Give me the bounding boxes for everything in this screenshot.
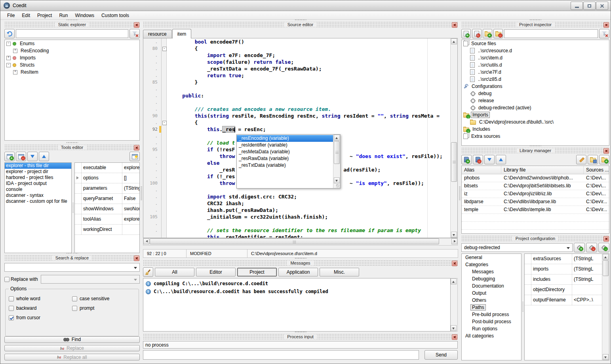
symbol-filter-input[interactable] xyxy=(16,29,128,38)
tree-item[interactable]: Extra sources xyxy=(462,133,609,140)
close-panel-button[interactable] xyxy=(452,334,457,340)
messages-tab-application[interactable]: Application xyxy=(278,268,318,276)
remove-folder-button[interactable] xyxy=(493,29,503,38)
property-row[interactable]: includes(TStringL xyxy=(525,274,602,285)
property-row[interactable]: extraSources(TStringL xyxy=(525,254,602,264)
property-row[interactable]: objectDirectory xyxy=(525,285,602,295)
remove-library-button[interactable] xyxy=(473,155,483,164)
tree-item[interactable]: ..\src\item.d xyxy=(462,54,609,61)
property-row[interactable]: workingDirect xyxy=(75,225,140,235)
send-button[interactable]: Send xyxy=(424,350,458,360)
scrollbar-thumb[interactable] xyxy=(451,142,457,182)
configuration-selector[interactable]: debug-redirected xyxy=(461,243,573,252)
tree-item[interactable]: Imports xyxy=(462,111,609,118)
clear-filter-button[interactable] xyxy=(129,29,140,38)
expand-toggle-icon[interactable]: + xyxy=(13,49,17,53)
close-panel-button[interactable] xyxy=(603,148,609,154)
close-button[interactable] xyxy=(596,2,608,10)
category-item[interactable]: Pre-build process xyxy=(462,311,521,318)
tree-item[interactable]: ..\src\z85.d xyxy=(462,76,609,83)
completion-item[interactable]: _resIdentifier (variable) xyxy=(237,142,333,149)
editor-tab-item[interactable]: item xyxy=(172,29,192,38)
remove-tool-button[interactable] xyxy=(16,152,26,161)
config-splitter[interactable] xyxy=(522,253,524,360)
checkbox-prompt[interactable] xyxy=(72,306,77,311)
find-button[interactable]: Find xyxy=(4,336,140,343)
move-tool-down-button[interactable] xyxy=(27,152,38,161)
process-input-field[interactable] xyxy=(143,350,419,360)
tool-list-item[interactable]: console xyxy=(5,187,71,192)
table-row[interactable]: libdparseC:\Dev\dlibs\libdparse.libC:\De… xyxy=(462,198,609,206)
tool-list-item[interactable]: explorer - project dir xyxy=(5,169,71,175)
tree-item[interactable]: Includes xyxy=(462,126,609,133)
move-library-up-button[interactable] xyxy=(496,155,506,164)
checkbox-from-cursor[interactable] xyxy=(9,315,14,320)
tree-item[interactable]: C:\Dev\dproj\resource.d\build\..\src\ xyxy=(462,118,609,126)
property-row[interactable]: imports(TStringL xyxy=(525,264,602,274)
search-term-combo[interactable] xyxy=(4,263,140,272)
tree-item[interactable]: Configurations xyxy=(462,83,609,90)
add-configuration-button[interactable] xyxy=(574,243,585,252)
maximize-button[interactable] xyxy=(583,2,596,10)
close-panel-button[interactable] xyxy=(134,255,139,261)
category-item[interactable]: Others xyxy=(462,297,521,304)
property-row[interactable]: toolAliasexplorer - xyxy=(75,214,140,225)
category-item[interactable]: Output xyxy=(462,290,521,297)
inspector-filter-input[interactable] xyxy=(504,29,598,38)
completion-item[interactable]: _resRawData (variable) xyxy=(237,155,333,162)
messages-tab-all[interactable]: All xyxy=(155,268,194,276)
fold-collapse-icon[interactable]: - xyxy=(162,121,167,125)
tool-list-item[interactable]: dscanner - custom opt for file xyxy=(5,198,71,204)
scroll-down-button[interactable] xyxy=(451,232,457,238)
category-item[interactable]: General xyxy=(462,254,521,261)
completion-item[interactable]: _resMetaData (variable) xyxy=(237,149,333,155)
tree-item[interactable]: debug-redirected (active) xyxy=(462,104,609,111)
messages-tab-editor[interactable]: Editor xyxy=(196,268,236,276)
add-library-button[interactable] xyxy=(461,155,472,164)
scroll-right-button[interactable] xyxy=(451,238,457,244)
scroll-down-button[interactable] xyxy=(603,354,609,360)
move-library-down-button[interactable] xyxy=(484,155,495,164)
editor-vertical-scrollbar[interactable] xyxy=(450,38,457,238)
tool-list-item[interactable]: IDA - project output xyxy=(5,181,71,187)
add-tool-button[interactable] xyxy=(4,152,15,161)
expand-toggle-icon[interactable]: + xyxy=(13,70,17,74)
add-file-button[interactable] xyxy=(461,29,471,38)
scroll-up-button[interactable] xyxy=(451,38,457,44)
menu-item-run[interactable]: Run xyxy=(55,12,71,19)
property-row[interactable]: parameters(TStringL xyxy=(75,183,140,194)
column-header[interactable]: Library file xyxy=(501,166,584,174)
expand-toggle-icon[interactable]: - xyxy=(6,63,11,67)
minimize-button[interactable] xyxy=(571,2,583,10)
tool-list-item[interactable]: explorer - this file dir xyxy=(5,163,71,169)
scroll-down-button[interactable] xyxy=(334,177,340,183)
tree-item[interactable]: debug xyxy=(462,90,609,97)
scroll-down-button[interactable] xyxy=(451,325,457,331)
messages-scrollbar[interactable] xyxy=(451,278,458,332)
tool-list-item[interactable]: dscanner - syntax xyxy=(5,192,71,198)
property-row[interactable]: outputFilename<CPP>..\ xyxy=(525,295,602,305)
messages-tab-project[interactable]: Project xyxy=(237,268,277,276)
category-item[interactable]: Run options xyxy=(462,325,521,332)
scrollbar-thumb[interactable] xyxy=(150,238,439,244)
column-header[interactable]: Sources ... xyxy=(584,166,609,174)
scroll-up-button[interactable] xyxy=(451,278,457,284)
expand-toggle-icon[interactable]: - xyxy=(6,42,11,46)
remove-configuration-button[interactable] xyxy=(586,243,597,252)
tree-item[interactable]: ..\src\resource.d xyxy=(462,47,609,54)
category-item[interactable]: Paths xyxy=(462,304,521,311)
edit-library-button[interactable] xyxy=(576,155,586,164)
menu-item-project[interactable]: Project xyxy=(34,12,55,19)
tree-item[interactable]: +ResItem xyxy=(5,69,139,76)
category-item[interactable]: Messages xyxy=(462,268,521,275)
scroll-up-button[interactable] xyxy=(334,135,340,141)
property-row[interactable]: options[] xyxy=(75,173,140,183)
checkbox-whole-word[interactable] xyxy=(9,296,14,301)
menu-item-windows[interactable]: Windows xyxy=(71,12,98,19)
table-row[interactable]: templeC:\Dev\dlibs\temple.libC:\Dev\r... xyxy=(462,206,609,214)
property-row[interactable]: showWindowsswoNone xyxy=(75,204,140,214)
category-item[interactable]: Categories xyxy=(462,261,521,268)
scrollbar-thumb[interactable] xyxy=(334,141,340,164)
editor-horizontal-scrollbar[interactable] xyxy=(143,238,458,246)
property-row[interactable]: queryParametFalse xyxy=(75,194,140,204)
